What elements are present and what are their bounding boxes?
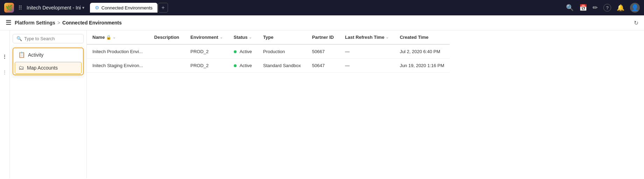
row-dots-icon-1[interactable]: ⋮ [2,54,7,59]
edit-icon[interactable]: ✏ [593,4,598,12]
row-handle-1[interactable]: ⋮ [0,49,9,64]
breadcrumb-current: Connected Environments [62,20,122,26]
main-table: Name 🔒 ⌄ Description Environment ⌄ [87,30,450,178]
cell-environment-2: PROD_2 [185,59,228,73]
col-header-status[interactable]: Status ⌄ [228,30,258,44]
sort-arrow-refresh: ⌄ [386,35,388,39]
context-menu-item-activity[interactable]: 📋 Activity [13,48,83,61]
data-table: Name 🔒 ⌄ Description Environment ⌄ [87,30,450,73]
row-handles-column: ⋮ ⋮ [0,30,10,178]
search-box[interactable]: 🔍 [13,34,84,43]
app-chevron-icon: ▾ [82,5,84,10]
row-handle-2[interactable]: ⋮ [0,64,9,80]
breadcrumb-parent[interactable]: Platform Settings [15,20,55,26]
cell-status-1: Active [228,44,258,59]
app-logo: 🌿 [4,3,14,13]
lock-icon: 🔒 [106,35,111,40]
search-magnifier-icon: 🔍 [16,36,22,41]
table-header-row: Name 🔒 ⌄ Description Environment ⌄ [87,30,450,44]
grid-icon[interactable]: ⠿ [17,3,24,13]
status-dot-1 [234,50,237,53]
cell-last-refresh-2: — [340,59,394,73]
notification-icon[interactable]: 🔔 [617,4,624,12]
col-header-environment[interactable]: Environment ⌄ [185,30,228,44]
breadcrumb-separator: > [57,20,60,26]
help-icon[interactable]: ? [603,4,611,12]
table-row: Initech Production Envi... PROD_2 Active… [87,44,450,59]
table-row: Initech Staging Environ... PROD_2 Active… [87,59,450,73]
activity-icon: 📋 [18,51,25,58]
col-header-created-time: Created Time [394,30,450,44]
status-dot-2 [234,64,237,67]
col-header-name[interactable]: Name 🔒 ⌄ [87,30,149,44]
refresh-icon[interactable]: ↻ [634,20,638,26]
cell-description-2 [149,59,185,73]
cell-status-2: Active [228,59,258,73]
top-nav: 🌿 ⠿ Initech Development - Ini ▾ ⚙ Connec… [0,0,644,15]
tab-settings-icon: ⚙ [95,5,99,10]
sort-arrow-environment: ⌄ [220,35,223,39]
tab-connected-environments[interactable]: ⚙ Connected Environments [90,3,158,13]
search-icon[interactable]: 🔍 [566,4,574,12]
menu-toggle-icon[interactable]: ☰ [6,19,11,27]
rows-area: ⋮ ⋮ 🔍 📋 Activity [0,30,450,178]
cell-partner-id-2: 50647 [307,59,340,73]
cell-type-2: Standard Sandbox [258,59,307,73]
col-header-partner-id: Partner ID [307,30,340,44]
calendar-icon[interactable]: 📅 [579,4,587,12]
cell-last-refresh-1: — [340,44,394,59]
breadcrumb: ☰ Platform Settings > Connected Environm… [6,19,122,27]
app-name-label[interactable]: Initech Development - Ini ▾ [27,5,84,10]
cell-name-2: Initech Staging Environ... [87,59,149,73]
context-menu: 📋 Activity 🗂 Map Accounts [13,48,84,75]
nav-actions: 🔍 📅 ✏ ? 🔔 👤 [566,3,640,13]
context-menu-container: 🔍 📋 Activity 🗂 Map Accounts [10,30,87,178]
cell-description-1 [149,44,185,59]
cell-partner-id-1: 50667 [307,44,340,59]
cell-created-time-1: Jul 2, 2020 6:40 PM [394,44,450,59]
search-area: 🔍 [10,30,86,48]
cell-created-time-2: Jun 19, 2020 1:16 PM [394,59,450,73]
map-accounts-icon: 🗂 [19,65,24,71]
cell-name-1: Initech Production Envi... [87,44,149,59]
sort-arrow-status: ⌄ [249,35,252,39]
col-header-type: Type [258,30,307,44]
context-menu-item-map-accounts[interactable]: 🗂 Map Accounts [15,62,82,74]
avatar[interactable]: 👤 [630,3,640,13]
col-header-description: Description [149,30,185,44]
col-header-last-refresh-time[interactable]: Last Refresh Time ⌄ [340,30,394,44]
row-dots-icon-2[interactable]: ⋮ [2,70,7,75]
sort-arrow-name: ⌄ [113,35,115,39]
cell-type-1: Production [258,44,307,59]
cell-environment-1: PROD_2 [185,44,228,59]
content-area: ⋮ ⋮ 🔍 📋 Activity [0,30,644,178]
tab-bar: ⚙ Connected Environments + [90,3,563,13]
search-input[interactable] [24,36,80,41]
add-tab-button[interactable]: + [158,3,168,13]
breadcrumb-bar: ☰ Platform Settings > Connected Environm… [0,15,644,30]
